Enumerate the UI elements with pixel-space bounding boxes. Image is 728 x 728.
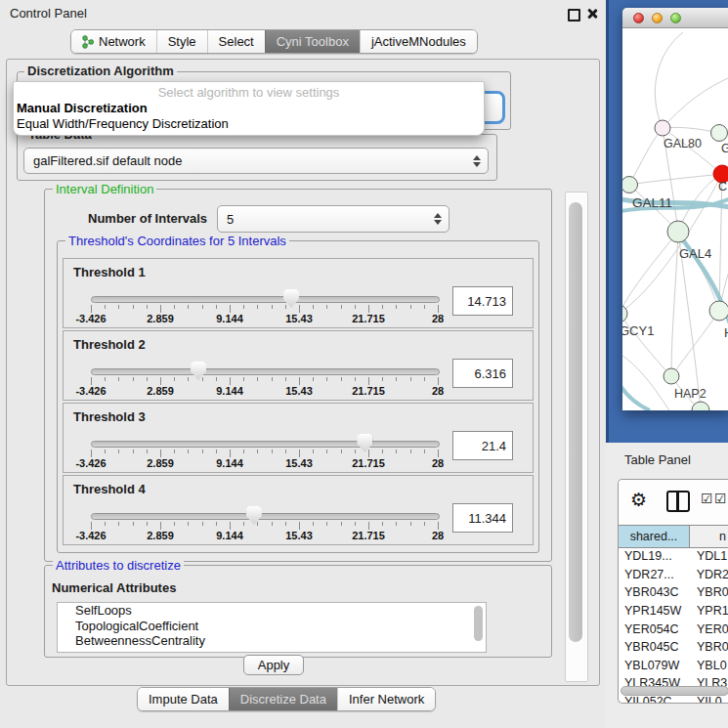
table-row[interactable]: YDR27...YDR2 — [619, 566, 728, 584]
table-data-value: galFiltered.sif default node — [33, 149, 182, 173]
threshold-value-field[interactable]: 11.344 — [452, 503, 513, 533]
attributes-group-label: Attributes to discretize — [53, 558, 184, 573]
slider-ticks — [91, 450, 438, 458]
apply-button[interactable]: Apply — [243, 655, 304, 675]
bottom-tab-bar: Impute DataDiscretize DataInfer Network — [137, 687, 436, 711]
threshold-list: Threshold 1-3.4262.8599.14415.4321.71528… — [63, 258, 534, 547]
axis-tick-label: 28 — [432, 313, 444, 324]
axis-tick-label: -3.426 — [75, 457, 106, 469]
panel-title: Control Panel — [10, 6, 87, 21]
combo-spinner-icon — [472, 155, 480, 167]
mac-minimize-icon[interactable] — [652, 13, 663, 23]
slider-ticks — [91, 377, 438, 386]
node-table-container: ⚙ ☑ ☑ shared... n YDL19...YDL1YDR27...YD… — [618, 479, 728, 704]
threshold-value-field[interactable]: 21.4 — [452, 431, 513, 460]
network-window-titlebar[interactable] — [622, 8, 728, 28]
tab-network[interactable]: Network — [71, 30, 156, 53]
network-node-gal11[interactable] — [622, 177, 638, 193]
hscroll-thumb[interactable] — [621, 686, 728, 696]
axis-tick-label: 9.144 — [216, 457, 243, 469]
list-scrollbar[interactable] — [474, 606, 483, 641]
cell-shared-name: YDL19... — [619, 549, 691, 563]
threshold-label: Threshold 3 — [73, 409, 146, 424]
mac-close-icon[interactable] — [633, 13, 644, 23]
mac-zoom-icon[interactable] — [670, 13, 681, 23]
tab-discretize-data[interactable]: Discretize Data — [229, 688, 337, 710]
network-graph[interactable]: GAL80G.CGAL11GAL4GCY1HHAP2 — [622, 28, 728, 410]
tab-cyni-toolbox[interactable]: Cyni Toolbox — [265, 30, 360, 53]
numerical-attributes-list[interactable]: SelfLoopsTopologicalCoefficientBetweenne… — [57, 602, 487, 653]
attribute-list-item[interactable]: BetweennessCentrality — [58, 633, 486, 649]
axis-tick-label: 2.859 — [147, 385, 174, 397]
table-row[interactable]: YDL19...YDL1 — [619, 547, 728, 566]
table-row[interactable]: YBL079WYBL0 — [619, 657, 728, 675]
axis-tick-label: 9.144 — [216, 530, 243, 541]
algorithm-option-manual[interactable]: Manual Discretization — [16, 101, 482, 116]
threshold-value-field[interactable]: 6.316 — [452, 359, 513, 388]
network-node-h[interactable] — [709, 301, 728, 321]
top-tab-bar: NetworkStyleSelectCyni ToolboxjActiveMNo… — [70, 29, 478, 54]
tab-impute-data[interactable]: Impute Data — [138, 688, 229, 710]
tab-style[interactable]: Style — [156, 30, 207, 53]
checkbox-icon[interactable]: ☑ — [714, 491, 727, 506]
panel-scrollbar-thumb[interactable] — [569, 202, 582, 642]
gear-icon[interactable]: ⚙ — [630, 490, 647, 511]
cell-name: YPR1 — [691, 604, 728, 618]
table-horizontal-scrollbar[interactable] — [621, 686, 728, 696]
algorithm-dropdown: Select algorithm to view settings Manual… — [13, 81, 485, 136]
table-panel-title: Table Panel — [624, 452, 691, 467]
network-nodes[interactable] — [622, 120, 728, 410]
control-panel-window: Control Panel NetworkStyleSelectCyni Too… — [0, 0, 606, 728]
axis-tick-label: 9.144 — [216, 313, 243, 324]
tab-jactivemnodules[interactable]: jActiveMNodules — [360, 30, 477, 53]
checkbox-icon[interactable]: ☑ — [701, 491, 713, 506]
tab-label: Style — [168, 34, 196, 49]
network-node-hap2[interactable] — [664, 368, 679, 384]
columns-icon[interactable] — [666, 491, 690, 512]
threshold-value-field[interactable]: 14.713 — [452, 286, 513, 316]
network-view-window[interactable]: GAL80G.CGAL11GAL4GCY1HHAP2 — [622, 8, 728, 410]
cell-shared-name: YER054C — [619, 622, 691, 636]
network-node[interactable] — [692, 402, 709, 410]
table-data-combobox[interactable]: galFiltered.sif default node — [23, 148, 489, 174]
table-row[interactable]: YPR145WYPR1 — [619, 602, 728, 621]
table-panel: Table Panel ⚙ ☑ ☑ shared... n YDL19...YD… — [606, 443, 728, 728]
slider-track[interactable] — [91, 368, 440, 375]
threshold-panel-2: Threshold 2-3.4262.8599.14415.4321.71528… — [63, 330, 534, 401]
tab-label: Select — [219, 34, 254, 49]
slider-track[interactable] — [91, 513, 440, 520]
tab-select[interactable]: Select — [207, 30, 265, 53]
slider-track[interactable] — [91, 441, 440, 448]
axis-tick-label: 21.715 — [352, 457, 385, 469]
column-header-name[interactable]: n — [690, 526, 728, 547]
slider-track[interactable] — [91, 296, 440, 303]
node-label: GAL80 — [664, 137, 702, 150]
attribute-list-item[interactable]: TopologicalCoefficient — [58, 619, 486, 634]
network-node-gal4[interactable] — [667, 221, 689, 242]
attributes-group: Attributes to discretize Numerical Attri… — [44, 565, 552, 658]
table-row[interactable]: YBR045CYBR0 — [619, 638, 728, 657]
axis-tick-label: 15.43 — [285, 530, 313, 541]
tab-label: jActiveMNodules — [371, 34, 466, 49]
algorithm-option-equal-width[interactable]: Equal Width/Frequency Discretization — [16, 116, 482, 132]
axis-tick-label: 21.715 — [352, 313, 385, 324]
network-canvas[interactable]: GAL80G.CGAL11GAL4GCY1HHAP2 — [622, 28, 728, 410]
node-label: C — [718, 180, 727, 193]
float-window-icon[interactable] — [568, 9, 580, 21]
attribute-list-item[interactable]: SelfLoops — [58, 603, 486, 619]
table-row[interactable]: YBR043CYBR0 — [619, 583, 728, 602]
cyni-toolbox-panel: Discretization Algorithm Select algorith… — [6, 59, 600, 686]
network-node-g[interactable] — [711, 125, 728, 142]
node-label: GAL4 — [679, 246, 711, 261]
column-header-shared-name[interactable]: shared... — [619, 526, 690, 547]
algorithm-hint: Select algorithm to view settings — [14, 85, 484, 100]
table-row[interactable]: YER054CYER0 — [619, 620, 728, 638]
interval-definition-group: Interval Definition Number of Intervals … — [44, 189, 552, 562]
panel-scrollbar[interactable] — [565, 192, 588, 682]
close-icon[interactable] — [586, 8, 598, 20]
tab-infer-network[interactable]: Infer Network — [337, 688, 435, 710]
network-node-gal80[interactable] — [655, 120, 670, 136]
number-of-intervals-combobox[interactable]: 5 — [217, 205, 450, 233]
combo-spinner-icon — [433, 213, 441, 225]
node-label: G. — [721, 142, 728, 155]
